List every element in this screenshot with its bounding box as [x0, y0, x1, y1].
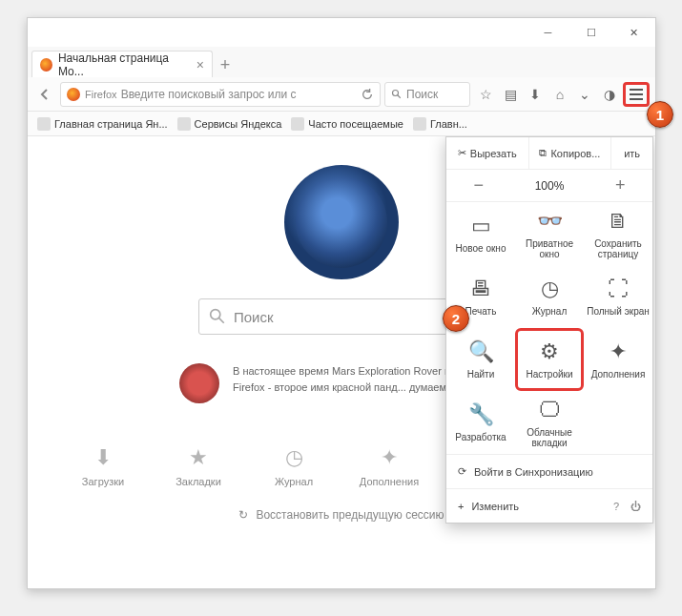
- copy-icon: ⧉: [539, 147, 547, 159]
- menu-find[interactable]: 🔍Найти: [446, 328, 515, 391]
- firefox-logo: [284, 165, 399, 279]
- back-button[interactable]: [33, 83, 56, 106]
- maximize-button[interactable]: ☐: [569, 18, 612, 47]
- favicon: [37, 117, 51, 131]
- search-placeholder: Поиск: [406, 88, 438, 101]
- menu-customize[interactable]: + Изменить: [458, 501, 519, 512]
- edit-row: ✂Вырезать ⧉Копиров... ить: [446, 137, 652, 170]
- browser-window: ─ ☐ ✕ Начальная страница Мо... × + Firef…: [27, 17, 656, 589]
- favicon: [177, 117, 191, 131]
- menu-grid: ▭Новое окно 👓Приватное окно 🗎Сохранить с…: [446, 202, 652, 454]
- page-icon: 🗎: [608, 209, 629, 234]
- pocket-icon[interactable]: ⌄: [573, 83, 596, 106]
- launch-addons[interactable]: ✦Дополнения: [355, 445, 424, 487]
- url-placeholder: Введите поисковый запрос или с: [121, 88, 297, 101]
- app-menu-panel: ✂Вырезать ⧉Копиров... ить − 100% + ▭Ново…: [445, 136, 653, 524]
- menu-fullscreen[interactable]: ⛶Полный экран: [584, 265, 652, 328]
- launch-history[interactable]: ◷Журнал: [259, 445, 328, 487]
- titlebar: ─ ☐ ✕: [28, 18, 655, 47]
- zoom-out-button[interactable]: −: [446, 175, 511, 195]
- menu-new-window[interactable]: ▭Новое окно: [446, 202, 515, 265]
- menu-sync-login[interactable]: ⟳ Войти в Синхронизацию: [446, 454, 652, 488]
- search-icon: 🔍: [468, 339, 494, 364]
- menu-developer[interactable]: 🔧Разработка: [446, 391, 515, 454]
- main-search-input[interactable]: Поиск: [198, 298, 485, 335]
- tab-close-icon[interactable]: ×: [196, 57, 204, 72]
- minimize-button[interactable]: ─: [527, 18, 569, 47]
- main-search-placeholder: Поиск: [234, 309, 274, 325]
- downloads-icon[interactable]: ⬇: [524, 83, 547, 106]
- exit-button[interactable]: ⏻: [630, 501, 641, 512]
- tab-bar: Начальная страница Мо... × +: [28, 47, 655, 77]
- menu-cloud-tabs[interactable]: 🖵Облачные вкладки: [515, 391, 584, 454]
- firefox-icon: [67, 88, 80, 101]
- menu-settings[interactable]: ⚙Настройки: [515, 328, 584, 391]
- identity-label: Firefox: [85, 89, 117, 100]
- svg-point-0: [393, 90, 399, 95]
- launch-bookmarks[interactable]: ★Закладки: [164, 445, 233, 487]
- menu-private-window[interactable]: 👓Приватное окно: [515, 202, 584, 265]
- addon-icon[interactable]: ◑: [598, 83, 621, 106]
- gear-icon: ⚙: [540, 339, 559, 364]
- firefox-icon: [40, 58, 52, 72]
- menu-history[interactable]: ◷Журнал: [515, 265, 584, 328]
- browser-tab[interactable]: Начальная страница Мо... ×: [31, 51, 213, 77]
- svg-line-1: [398, 94, 401, 97]
- fullscreen-icon: ⛶: [608, 277, 629, 301]
- new-tab-button[interactable]: +: [213, 52, 238, 77]
- snippet-image: [179, 363, 219, 403]
- bookmarks-menu-icon[interactable]: ▤: [499, 83, 522, 106]
- help-button[interactable]: ?: [613, 501, 619, 512]
- sync-icon: ⟳: [458, 465, 466, 478]
- zoom-in-button[interactable]: +: [589, 175, 653, 195]
- home-icon[interactable]: ⌂: [548, 83, 571, 106]
- bookmark-item[interactable]: Главная страница Ян...: [37, 117, 168, 131]
- clock-icon: ◷: [285, 445, 303, 470]
- tab-title: Начальная страница Мо...: [58, 51, 187, 78]
- restore-icon: ↻: [238, 508, 248, 522]
- plus-icon: +: [458, 501, 464, 512]
- clock-icon: ◷: [541, 277, 559, 301]
- hamburger-icon: [630, 89, 643, 100]
- mask-icon: 👓: [537, 209, 563, 234]
- wrench-icon: 🔧: [468, 402, 494, 427]
- svg-line-3: [219, 318, 224, 323]
- address-bar[interactable]: Firefox Введите поисковый запрос или с: [60, 82, 381, 107]
- puzzle-icon: ✦: [610, 339, 627, 364]
- navigation-toolbar: Firefox Введите поисковый запрос или с П…: [28, 77, 655, 112]
- bookmarks-toolbar: Главная страница Ян... Сервисы Яндекса Ч…: [28, 112, 655, 136]
- menu-addons[interactable]: ✦Дополнения: [584, 328, 652, 391]
- bookmark-item[interactable]: Сервисы Яндекса: [177, 117, 282, 131]
- cut-button[interactable]: ✂Вырезать: [446, 137, 529, 169]
- download-icon: ⬇: [94, 445, 112, 470]
- bookmark-item[interactable]: Главн...: [413, 117, 467, 131]
- search-icon: [209, 308, 226, 325]
- zoom-row: − 100% +: [446, 170, 652, 202]
- launch-downloads[interactable]: ⬇Загрузки: [69, 445, 137, 487]
- menu-button[interactable]: [623, 82, 650, 107]
- callout-2: 2: [443, 305, 469, 332]
- bookmark-star-icon[interactable]: ☆: [474, 83, 497, 106]
- puzzle-icon: ✦: [381, 445, 398, 470]
- monitor-icon: 🖵: [539, 398, 560, 422]
- search-icon: [391, 89, 403, 100]
- reload-button[interactable]: [361, 88, 374, 101]
- copy-button[interactable]: ⧉Копиров...: [529, 137, 612, 169]
- toolbar-icons: ☆ ▤ ⬇ ⌂ ⌄ ◑: [474, 82, 650, 107]
- callout-1: 1: [647, 101, 673, 128]
- scissors-icon: ✂: [458, 147, 466, 159]
- favicon: [291, 117, 304, 131]
- close-button[interactable]: ✕: [612, 18, 655, 47]
- zoom-level[interactable]: 100%: [511, 179, 589, 193]
- favicon: [413, 117, 426, 131]
- printer-icon: 🖶: [470, 277, 491, 301]
- svg-point-2: [211, 310, 220, 319]
- star-icon: ★: [189, 445, 208, 470]
- menu-footer: + Изменить ? ⏻: [446, 488, 652, 523]
- bookmark-item[interactable]: Часто посещаемые: [291, 117, 403, 131]
- paste-button[interactable]: ить: [611, 137, 652, 169]
- search-bar[interactable]: Поиск: [384, 82, 470, 107]
- page-content: Поиск В настоящее время Mars Exploration…: [28, 136, 655, 588]
- menu-save-page[interactable]: 🗎Сохранить страницу: [584, 202, 652, 265]
- window-icon: ▭: [471, 214, 491, 238]
